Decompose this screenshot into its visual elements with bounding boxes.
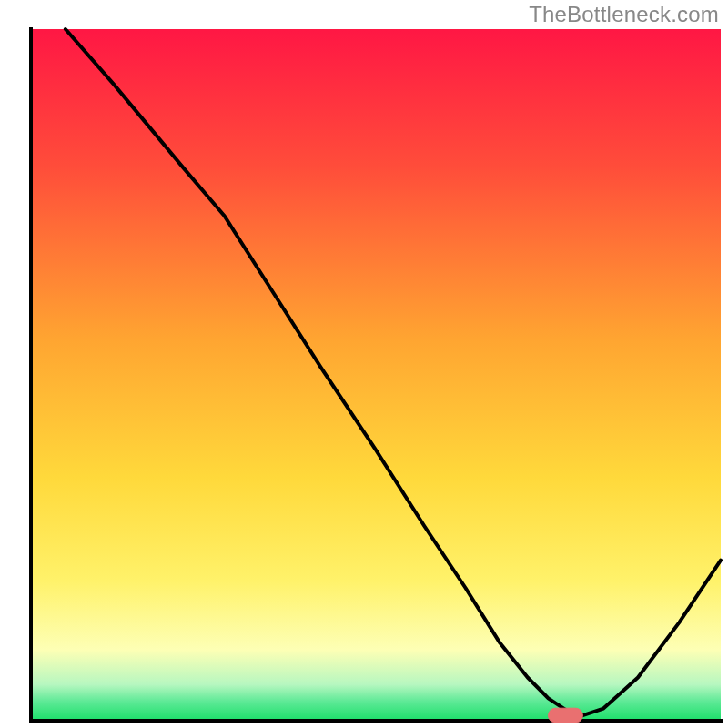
optimum-marker	[549, 708, 583, 723]
watermark-text: TheBottleneck.com	[529, 2, 719, 27]
chart-container: { "watermark": "TheBottleneck.com", "col…	[0, 0, 728, 728]
plot-background	[31, 29, 721, 719]
bottleneck-plot	[0, 0, 728, 728]
